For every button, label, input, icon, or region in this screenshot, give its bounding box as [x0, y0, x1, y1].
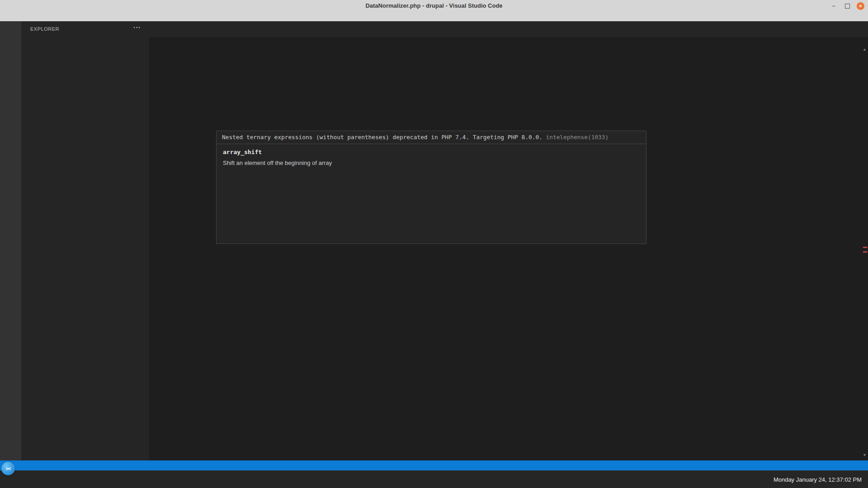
window-title: DataNormalizer.php - drupal - Visual Stu…	[0, 2, 868, 9]
remote-indicator-button[interactable]: ><	[1, 462, 15, 475]
hover-symbol-name: array_shift	[223, 149, 640, 155]
scroll-down-icon[interactable]: ▼	[862, 453, 868, 457]
taskbar: Monday January 24, 12:37:02 PM	[0, 470, 868, 488]
sidebar-header: EXPLORER ···	[21, 21, 149, 37]
window-titlebar: DataNormalizer.php - drupal - Visual Stu…	[0, 0, 868, 12]
code-editor[interactable]	[149, 47, 868, 488]
diagnostic-message: Nested ternary expressions (without pare…	[217, 131, 646, 144]
menu-bar	[0, 12, 868, 21]
minimap[interactable]	[809, 47, 861, 96]
scroll-up-icon[interactable]: ▲	[862, 47, 868, 52]
overview-error-mark	[863, 251, 867, 253]
hover-summary: Shift an element off the beginning of ar…	[223, 160, 640, 166]
close-button[interactable]: ×	[857, 2, 864, 10]
breadcrumb	[149, 37, 868, 47]
activity-bar	[0, 21, 21, 460]
editor-tab-bar	[149, 21, 868, 37]
overview-error-mark	[863, 247, 867, 248]
file-tree	[21, 40, 149, 393]
diagnostic-source: intelephense(1033)	[546, 134, 609, 141]
clock: Monday January 24, 12:37:02 PM	[774, 476, 862, 483]
minimize-button[interactable]: –	[830, 2, 838, 10]
explorer-more-actions-icon[interactable]: ···	[133, 24, 141, 31]
hover-tooltip: Nested ternary expressions (without pare…	[216, 131, 646, 244]
status-bar	[0, 460, 868, 470]
maximize-button[interactable]	[843, 2, 851, 10]
window-controls: – ×	[830, 2, 864, 10]
desktop: DataNormalizer.php - drupal - Visual Stu…	[0, 0, 868, 488]
explorer-sidebar: EXPLORER ···	[21, 21, 149, 460]
sidebar-title: EXPLORER	[30, 26, 59, 32]
